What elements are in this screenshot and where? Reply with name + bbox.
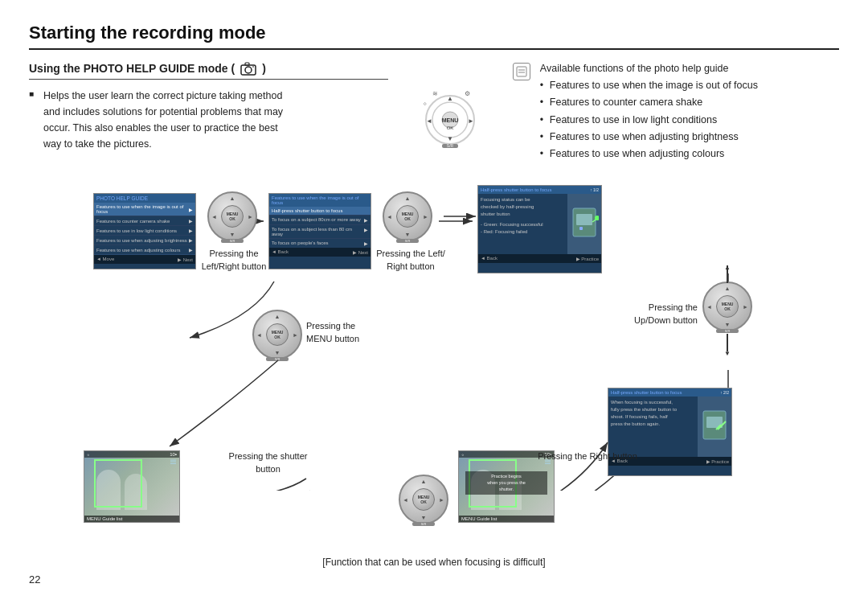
svg-rect-18 [517, 67, 526, 76]
screen1-header: PHOTO HELP GUIDE [96, 195, 148, 201]
screen3-text4: - Green: Focusing successful [481, 221, 565, 228]
screen3-footer-right: ▶ Practice [576, 256, 599, 261]
arrow-down-line [727, 334, 728, 351]
screen2-footer-left: ◄ Back [272, 249, 289, 255]
svg-text:⚙: ⚙ [465, 90, 470, 97]
screen1-footer-left: ◄ Move [96, 257, 114, 262]
screen-thumb-4: Half-press shutter button to focus ↑ 2/2… [608, 388, 732, 476]
caption: [Function that can be used when focusing… [0, 557, 868, 568]
photo-thumb-1: ⬦10▪ ||| MENU Guide list [84, 450, 180, 523]
flow-diagram: PHOTO HELP GUIDE Features to use when th… [29, 177, 839, 491]
screen1-row2: Features to counter camera shake [96, 219, 170, 224]
help-line2: and includes solutions for potential pro… [43, 106, 283, 117]
svg-text:≋: ≋ [432, 90, 438, 97]
screen1-row4: Features to use when adjusting brightnes… [96, 238, 187, 243]
screen4-text4: press the button again. [611, 421, 695, 428]
dial-1: MENUOK ▲ ▼ ◄ ► S/R [207, 191, 257, 241]
left-column: Using the PHOTO HELP GUIDE mode ( ) Help… [29, 61, 388, 162]
svg-text:⬦: ⬦ [423, 99, 427, 107]
svg-text:◄: ◄ [426, 117, 432, 125]
svg-text:▼: ▼ [447, 135, 453, 142]
label-pressing-up-down: Pressing the Up/Down button [617, 302, 698, 327]
screen4-text2: fully press the shutter button to [611, 406, 695, 413]
camera-svg: ▲ ▼ ◄ ► MENU OK ⬦ ≋ ⚙ S/R [416, 89, 485, 150]
svg-text:OK: OK [446, 125, 453, 130]
svg-text:▲: ▲ [447, 95, 453, 102]
dial-menu: MENUOK ▲ ▼ ◄ ► S/R [252, 310, 302, 360]
dial-bottom: MENUOK ▲ ▼ ◄ ► S/R [399, 475, 448, 524]
intro-section: Using the PHOTO HELP GUIDE mode ( ) Help… [29, 61, 839, 162]
arrow-down-head: ▼ [724, 350, 731, 357]
page-number: 22 [29, 573, 40, 586]
screen2-row2: To focus on a subject 80cm or more away [272, 217, 361, 223]
help-line3: occur. This also enables the user to pra… [43, 122, 278, 134]
screen2-footer-right: ▶ Next [353, 249, 368, 255]
photo1-menu-label: MENU Guide list [87, 516, 122, 521]
screen2-row3: To focus on a subject less than 80 cm aw… [272, 227, 364, 236]
available-list: Features to use when the image is out of… [540, 77, 758, 162]
note-icon [513, 63, 530, 80]
dial-3: MENUOK ▲ ▼ ◄ ► S/R [702, 282, 752, 331]
list-item: Features to counter camera shake [540, 94, 758, 111]
label-pressing-shutter: Pressing the shutter button [222, 450, 314, 475]
screen4-header: Half-press shutter button to focus [611, 390, 682, 395]
label-pressing-left-right-2: Pressing the Left/Right button [375, 248, 447, 273]
list-item: Features to use when adjusting colours [540, 146, 758, 162]
camera-diagram: ▲ ▼ ◄ ► MENU OK ⬦ ≋ ⚙ S/R [412, 76, 489, 162]
list-item: Features to use in low light conditions [540, 112, 758, 129]
screen-thumb-1: PHOTO HELP GUIDE Features to use when th… [93, 193, 196, 269]
svg-point-1 [245, 67, 252, 73]
screen1-footer-right: ▶ Next [178, 257, 193, 262]
available-title: Available functions of the photo help gu… [540, 63, 758, 74]
screen1-row1: Features to use when the image is out of… [96, 204, 189, 214]
practice-text: Practice begins [468, 474, 545, 480]
dial-2: MENUOK ▲ ▼ ◄ ► S/R [383, 191, 432, 241]
title-divider [29, 48, 839, 50]
section-header: Using the PHOTO HELP GUIDE mode ( ) [29, 61, 388, 80]
svg-rect-2 [245, 63, 249, 65]
help-line4: way to take the pictures. [43, 138, 152, 150]
screen2-row4: To focus on people's faces [272, 240, 329, 246]
arrow-up-head: ▲ [724, 264, 731, 271]
screen3-text1: Focusing status can be [481, 196, 565, 203]
screen3-header: Half-press shutter button to focus [481, 187, 551, 192]
svg-text:MENU: MENU [442, 117, 459, 123]
page-title: Starting the recording mode [29, 23, 839, 43]
screen2-header: Features to use when the image is out of… [272, 195, 358, 205]
screen3-footer-left: ◄ Back [481, 256, 497, 261]
camera-icon [240, 61, 257, 76]
screen-thumb-2: Features to use when the image is out of… [268, 193, 371, 269]
label-pressing-menu: Pressing theMENU button [306, 320, 379, 345]
screen4-text1: When focusing is successful, [611, 399, 695, 406]
screen1-row5: Features to use when adjusting colours [96, 248, 180, 253]
screen2-row1: Half-press shutter button to focus [272, 208, 342, 213]
help-line1: Helps the user learn the correct picture… [43, 90, 282, 101]
svg-text:S/R: S/R [447, 143, 454, 148]
list-item: Features to use when the image is out of… [540, 77, 758, 94]
screen3-text5: - Red: Focusing failed [481, 228, 565, 236]
screen4-footer-right: ▶ Practice [706, 458, 729, 464]
list-item: Features to use when adjusting brightnes… [540, 129, 758, 146]
screen3-text3: shutter button [481, 211, 565, 218]
screen3-text2: checked by half-pressing [481, 203, 565, 211]
section-heading-suffix: ) [262, 62, 266, 75]
page-container: Starting the recording mode Using the PH… [0, 0, 868, 507]
screen4-text3: shoot. If focusing fails, half [611, 413, 695, 421]
available-box: Available functions of the photo help gu… [513, 63, 839, 162]
photo2-menu-label: MENU Guide list [461, 516, 497, 521]
svg-rect-30 [576, 214, 592, 225]
right-column: Available functions of the photo help gu… [513, 61, 839, 162]
svg-rect-31 [579, 227, 583, 230]
label-pressing-left-right: Pressing theLeft/Right button [198, 248, 270, 273]
label-pressing-right-btn: Pressing the Right button [535, 450, 640, 462]
svg-text:►: ► [468, 117, 474, 125]
screen-thumb-3: Half-press shutter button to focus ↑ 1/2… [477, 185, 602, 273]
help-text: Helps the user learn the correct picture… [29, 88, 388, 152]
screen1-row3: Features to use in low light conditions [96, 228, 177, 233]
section-heading-text: Using the PHOTO HELP GUIDE mode ( [29, 62, 235, 75]
available-text: Available functions of the photo help gu… [540, 63, 758, 162]
